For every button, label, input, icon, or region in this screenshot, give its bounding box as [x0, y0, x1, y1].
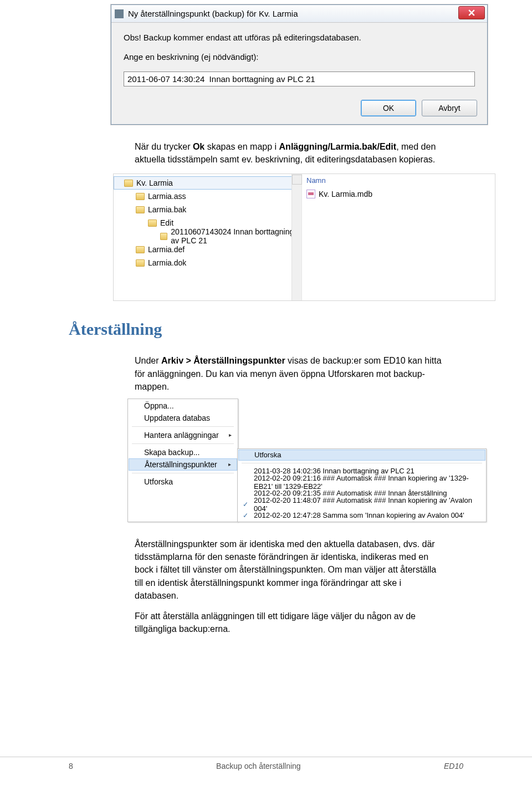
paragraph-1: När du trycker Ok skapas en mapp i Anläg…: [135, 140, 445, 166]
close-icon: [468, 9, 475, 16]
folder-icon: [124, 180, 133, 187]
tree-label: Larmia.bak: [148, 205, 186, 214]
backup-dialog: Ny återställningspunkt (backup) för Kv. …: [111, 4, 488, 125]
paragraph-3: Återställningspunkter som är identiska m…: [135, 538, 445, 602]
description-input[interactable]: [124, 72, 475, 86]
folder-icon: [136, 246, 145, 253]
tree-label: 20110607143024 Innan borttagning av PLC …: [171, 227, 301, 245]
scrollbar[interactable]: [291, 174, 301, 300]
dialog-warning-text: Obs! Backup kommer endast att utföras på…: [124, 33, 475, 42]
menu-separator: [242, 463, 482, 463]
text: Under: [135, 356, 161, 365]
file-label: Kv. Larmia.mdb: [319, 190, 372, 198]
paragraph-2: Under Arkiv > Återställningspunkter visa…: [135, 354, 445, 393]
text-bold: Arkiv > Återställningspunkter: [161, 356, 285, 365]
dialog-body: Obs! Backup kommer endast att utföras på…: [111, 23, 487, 94]
folder-icon: [136, 206, 145, 213]
tree-label: Edit: [160, 218, 173, 227]
menu-separator: [132, 473, 234, 473]
page-number: 8: [69, 762, 73, 770]
check-icon: ✓: [243, 512, 248, 519]
file-list: Namn Kv. Larmia.mdb: [302, 174, 495, 300]
menu-separator: [132, 426, 234, 427]
restore-submenu: Utforska 2011-03-28 14:02:36 Innan bortt…: [237, 448, 487, 522]
menu-screenshots: Öppna... Uppdatera databas Hantera anläg…: [127, 399, 532, 522]
menu-item-create-backup[interactable]: Skapa backup...: [129, 446, 237, 458]
dialog-title: Ny återställningspunkt (backup) för Kv. …: [128, 9, 298, 18]
menu-label: Återställningspunkter: [145, 460, 217, 469]
folder-tree: Kv. Larmia Larmia.ass Larmia.bak Edit 20…: [114, 174, 302, 300]
heading-restore: Återställning: [69, 320, 532, 339]
submenu-item-explore[interactable]: Utforska: [238, 450, 485, 461]
folder-icon: [160, 233, 167, 240]
tree-item[interactable]: Kv. Larmia: [114, 176, 301, 190]
column-header-name[interactable]: Namn: [306, 176, 490, 188]
ok-button[interactable]: OK: [361, 100, 416, 116]
close-button[interactable]: [458, 6, 485, 19]
tree-label: Larmia.def: [148, 245, 185, 254]
footer-product: ED10: [444, 762, 463, 770]
menu-label: Skapa backup...: [144, 448, 200, 457]
text-bold: Anläggning/Larmia.bak/Edit: [279, 142, 397, 151]
dialog-titlebar: Ny återställningspunkt (backup) för Kv. …: [111, 5, 487, 23]
menu-label: Öppna...: [144, 401, 174, 410]
app-icon: [115, 9, 124, 18]
check-icon: ✓: [243, 501, 248, 508]
footer-title: Backup och återställning: [216, 762, 301, 770]
chevron-right-icon: ▸: [228, 461, 231, 467]
tree-item[interactable]: Larmia.dok: [114, 256, 301, 269]
menu-item-explore[interactable]: Utforska: [129, 476, 237, 488]
menu-label: Uppdatera databas: [144, 414, 210, 422]
text: skapas en mapp i: [204, 142, 279, 151]
menu-separator: [132, 443, 234, 444]
submenu-item[interactable]: ✓2012-02-20 11:48:07 ### Automatisk ### …: [238, 499, 485, 510]
cancel-button[interactable]: Avbryt: [422, 100, 477, 116]
tree-item[interactable]: 20110607143024 Innan borttagning av PLC …: [114, 229, 301, 243]
menu-item-manage[interactable]: Hantera anläggningar▸: [129, 429, 237, 441]
tree-label: Larmia.dok: [148, 258, 186, 267]
tree-item[interactable]: Larmia.bak: [114, 203, 301, 216]
menu-label: Utforska: [254, 451, 281, 459]
tree-item[interactable]: Larmia.ass: [114, 190, 301, 203]
folder-icon: [136, 259, 145, 267]
menu-item-open[interactable]: Öppna...: [129, 400, 237, 412]
arkiv-menu: Öppna... Uppdatera databas Hantera anläg…: [127, 399, 238, 522]
tree-label: Larmia.ass: [148, 192, 186, 201]
file-item[interactable]: Kv. Larmia.mdb: [306, 188, 490, 200]
submenu-item[interactable]: ✓2012-02-20 12:47:28 Samma som 'Innan ko…: [238, 510, 485, 521]
dialog-prompt-text: Ange en beskrivning (ej nödvändigt):: [124, 52, 475, 62]
paragraph-4: För att återställa anläggningen till ett…: [135, 610, 445, 635]
tree-label: Kv. Larmia: [136, 178, 173, 187]
page-footer: 8 Backup och återställning ED10: [0, 757, 532, 770]
dialog-button-row: OK Avbryt: [111, 94, 487, 124]
menu-label: Utforska: [144, 477, 173, 486]
menu-label: 2012-02-20 12:47:28 Samma som 'Innan kop…: [254, 511, 464, 519]
submenu-item[interactable]: 2012-02-20 09:21:16 ### Automatisk ### I…: [238, 477, 485, 488]
text-bold: Ok: [193, 142, 204, 151]
menu-item-update-db[interactable]: Uppdatera databas: [129, 412, 237, 424]
menu-item-restore-points[interactable]: Återställningspunkter▸: [129, 458, 237, 471]
text: När du trycker: [135, 142, 193, 151]
chevron-right-icon: ▸: [229, 432, 232, 438]
folder-icon: [136, 193, 145, 200]
file-icon: [306, 190, 315, 198]
explorer-window: Kv. Larmia Larmia.ass Larmia.bak Edit 20…: [113, 173, 495, 301]
folder-icon: [148, 220, 157, 227]
menu-label: Hantera anläggningar: [144, 431, 219, 440]
